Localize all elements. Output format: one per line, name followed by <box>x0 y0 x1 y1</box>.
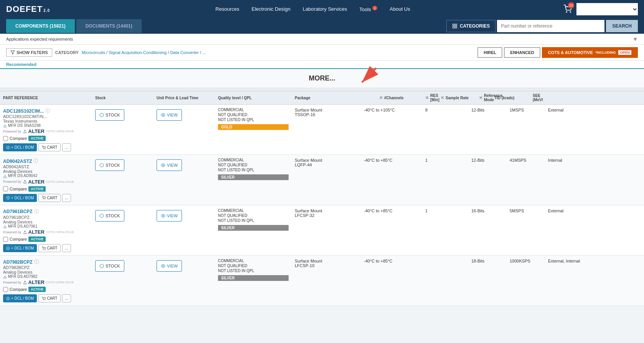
more-button[interactable]: ... <box>62 244 71 252</box>
sample-rate-value: 5MSPS <box>510 208 542 213</box>
nav-resources[interactable]: Resources <box>215 6 239 12</box>
quality-text: NOT LISTED IN QPL <box>218 269 289 273</box>
remove-channels-icon[interactable]: ✕ <box>379 95 383 100</box>
view-button[interactable]: VIEW <box>157 260 182 272</box>
more-button[interactable]: ... <box>62 294 71 302</box>
search-button[interactable]: SEARCH <box>606 20 638 32</box>
compare-checkbox[interactable] <box>3 186 8 191</box>
cart-button[interactable]: CART <box>38 194 61 202</box>
th-part-reference: PART REFERENCE <box>0 94 92 102</box>
info-icon[interactable]: ⓘ <box>34 208 39 215</box>
cart-button[interactable]: CART <box>38 294 61 302</box>
temp-cell: -40°C to +85°C <box>361 256 422 305</box>
nav-laboratory-services[interactable]: Laboratory Services <box>303 6 347 12</box>
remove-res-icon[interactable]: ✕ <box>425 95 429 100</box>
view-button[interactable]: VIEW <box>157 109 182 121</box>
compare-checkbox[interactable] <box>3 136 8 141</box>
tid-cell <box>595 105 641 154</box>
active-badge: ACTIVE <box>28 136 46 141</box>
compare-checkbox[interactable] <box>3 287 8 292</box>
horizontal-scrollbar[interactable] <box>0 88 644 91</box>
cots-catalogue: COTS CATALOGUE <box>46 230 74 234</box>
dcl-bom-button[interactable]: + DCL / BOM <box>3 143 37 151</box>
mfr-ds: MFR DS AD7982 <box>3 274 89 279</box>
dcl-bom-button[interactable]: + DCL / BOM <box>3 244 37 252</box>
expand-icon[interactable]: ▼ <box>632 36 638 42</box>
part-name[interactable]: AD9042ASTZ <box>3 159 32 164</box>
tid-cell <box>595 205 641 255</box>
compare-checkbox[interactable] <box>3 237 8 242</box>
package-cell: Surface MountLQFP-44 <box>292 155 361 205</box>
cots-catalogue: COTS CATALOGUE <box>46 180 74 184</box>
cart-button[interactable]: CART <box>38 143 61 151</box>
stock-cell: STOCK <box>92 155 154 205</box>
alter-logo: ALTER <box>28 128 45 134</box>
cots-catalogue: COTS CATALOGUE <box>46 130 74 133</box>
download-icon <box>3 275 7 279</box>
qtab-cots[interactable]: COTS & AUTOMOTIVE *INCLUDING OPEN <box>542 47 638 58</box>
part-name[interactable]: AD7982BCPZ <box>3 259 33 265</box>
nav-tools[interactable]: Tools 1 <box>359 6 377 12</box>
dcl-bom-button[interactable]: + DCL / BOM <box>3 294 37 302</box>
price-cell: VIEW <box>154 105 215 154</box>
cart-button[interactable]: CART <box>38 244 61 252</box>
tid-cell <box>595 155 641 205</box>
mfr-ds: MFR DS AD7961 <box>3 224 89 228</box>
search-input[interactable] <box>497 20 604 32</box>
compare-label: Compare <box>10 237 27 241</box>
info-icon[interactable]: ⓘ <box>34 259 39 265</box>
tab-components[interactable]: COMPONENTS (15821) <box>6 19 75 33</box>
stock-button[interactable]: STOCK <box>95 109 124 121</box>
th-sample-rate: ✕ Sample Rate <box>438 94 476 102</box>
categories-button[interactable]: CATEGORIES <box>446 20 495 32</box>
nav-electronic-design[interactable]: Electronic Design <box>252 6 291 12</box>
more-button[interactable]: ... <box>62 194 71 202</box>
quality-badge: GOLD <box>218 124 289 130</box>
part-name[interactable]: ADC128S102CIM... <box>3 108 44 114</box>
svg-rect-5 <box>453 26 454 28</box>
breadcrumb-signal[interactable]: Signal Acquisition-Conditioning <box>109 50 167 55</box>
breadcrumb-data-converter[interactable]: Data Converter <box>170 50 199 55</box>
sample-rate-cell: 41MSPS <box>507 155 545 205</box>
dcl-bom-button[interactable]: + DCL / BOM <box>3 194 37 202</box>
show-filters-button[interactable]: SHOW FILTERS <box>6 48 52 57</box>
info-icon[interactable]: ⓘ <box>45 108 50 114</box>
info-icon[interactable]: ⓘ <box>33 158 38 164</box>
stock-button[interactable]: STOCK <box>95 210 124 222</box>
more-row[interactable]: MORE... <box>0 69 644 88</box>
channels-cell: 1 <box>422 205 468 255</box>
more-button[interactable]: ... <box>62 143 71 151</box>
part-ref-cell: AD7961BCPZ ⓘ AD7961BCPZ Analog Devices M… <box>0 205 92 255</box>
cart-icon-wrap[interactable]: 10 <box>563 5 572 14</box>
tab-documents[interactable]: DOCUMENTS (14401) <box>76 19 142 33</box>
channels-cell: 1 <box>422 155 468 205</box>
remove-ref-mode-icon[interactable]: ✕ <box>479 95 482 100</box>
quality-cell: COMMERCIALNOT QUALIFIEDNOT LISTED IN QPL… <box>215 155 292 205</box>
svg-point-23 <box>45 199 45 200</box>
compare-row: Compare ACTIVE <box>3 186 89 192</box>
res-value: 18-Bits <box>471 259 504 263</box>
view-button[interactable]: VIEW <box>157 210 182 222</box>
package-text: Surface Mount <box>295 108 358 112</box>
stock-button[interactable]: STOCK <box>95 159 124 171</box>
remove-sample-rate-icon[interactable]: ✕ <box>441 95 444 100</box>
qtab-enhanced[interactable]: ENHANCED <box>504 47 540 58</box>
part-ref-cell: AD7982BCPZ ⓘ AD7982BCPZ Analog Devices M… <box>0 256 92 305</box>
qtab-hirel[interactable]: HIREL <box>477 47 502 58</box>
see-cell <box>641 155 644 205</box>
view-button[interactable]: VIEW <box>157 159 182 171</box>
th-see: SEE (MeV/ <box>530 94 545 102</box>
breadcrumb-microcircuits[interactable]: Microcircuits <box>82 50 105 55</box>
part-name[interactable]: AD7961BCPZ <box>3 209 33 214</box>
quality-text: COMMERCIAL <box>218 259 289 263</box>
language-dropdown[interactable] <box>576 3 638 15</box>
price-cell: VIEW <box>154 205 215 255</box>
temperature-range: -40°C to +85°C <box>364 259 419 263</box>
powered-by: Powered by ALTER COTS CATALOGUE <box>3 229 89 235</box>
nav-about-us[interactable]: About Us <box>390 6 410 12</box>
tid-cell <box>595 256 641 305</box>
package-text: Surface Mount <box>295 208 358 213</box>
package-text: TSSOP-16 <box>295 112 358 117</box>
stock-button[interactable]: STOCK <box>95 260 124 272</box>
res-value: 16-Bits <box>471 208 504 213</box>
